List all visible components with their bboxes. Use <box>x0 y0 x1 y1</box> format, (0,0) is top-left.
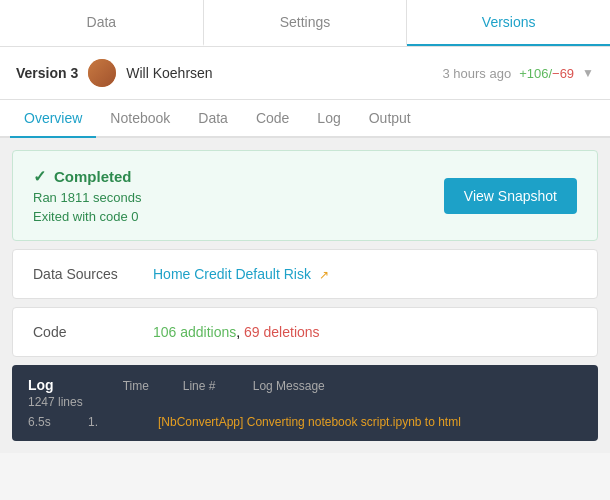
code-label: Code <box>33 324 133 340</box>
log-row-line: 1. <box>88 415 138 429</box>
status-run-text: Ran 1811 seconds <box>33 190 141 205</box>
data-sources-value: Home Credit Default Risk ↗ <box>153 266 329 282</box>
tab-data[interactable]: Data <box>0 0 204 46</box>
tab-log[interactable]: Log <box>303 100 354 138</box>
log-col-headers: Time Line # Log Message <box>123 379 325 393</box>
data-sources-card: Data Sources Home Credit Default Risk ↗ <box>12 249 598 299</box>
external-link-icon: ↗ <box>319 268 329 282</box>
status-title: ✓ Completed <box>33 167 141 186</box>
version-label: Version 3 <box>16 65 78 81</box>
tab-notebook[interactable]: Notebook <box>96 100 184 138</box>
version-meta: 3 hours ago +106/−69 ▼ <box>442 66 594 81</box>
avatar <box>88 59 116 87</box>
tab-versions[interactable]: Versions <box>407 0 610 46</box>
log-col-time-header: Time <box>123 379 163 393</box>
log-title: Log <box>28 377 83 393</box>
tab-output[interactable]: Output <box>355 100 425 138</box>
status-left: ✓ Completed Ran 1811 seconds Exited with… <box>33 167 141 224</box>
diff-additions: +106/ <box>519 66 552 81</box>
code-value: 106 additions, 69 deletions <box>153 324 320 340</box>
diff-deletions: −69 <box>552 66 574 81</box>
tab-overview[interactable]: Overview <box>10 100 96 138</box>
check-icon: ✓ <box>33 167 46 186</box>
log-lines: 1247 lines <box>28 395 83 409</box>
tab-settings[interactable]: Settings <box>204 0 408 46</box>
tab-data[interactable]: Data <box>184 100 242 138</box>
log-section: Log 1247 lines Time Line # Log Message 6… <box>12 365 598 441</box>
code-separator: , <box>236 324 244 340</box>
diff-stat: +106/−69 <box>519 66 574 81</box>
view-snapshot-button[interactable]: View Snapshot <box>444 178 577 214</box>
status-label: Completed <box>54 168 132 185</box>
main-content: ✓ Completed Ran 1811 seconds Exited with… <box>0 138 610 453</box>
tab-code[interactable]: Code <box>242 100 303 138</box>
log-header: Log 1247 lines Time Line # Log Message <box>28 377 582 409</box>
status-card: ✓ Completed Ran 1811 seconds Exited with… <box>12 150 598 241</box>
top-tabs: Data Settings Versions <box>0 0 610 47</box>
log-col-msg-header: Log Message <box>253 379 325 393</box>
log-row-time: 6.5s <box>28 415 68 429</box>
code-additions: 106 additions <box>153 324 236 340</box>
version-header: Version 3 Will Koehrsen 3 hours ago +106… <box>0 47 610 100</box>
version-dropdown-icon[interactable]: ▼ <box>582 66 594 80</box>
author-name: Will Koehrsen <box>126 65 212 81</box>
data-sources-label: Data Sources <box>33 266 133 282</box>
sub-tabs: Overview Notebook Data Code Log Output <box>0 100 610 138</box>
timestamp: 3 hours ago <box>442 66 511 81</box>
code-deletions: 69 deletions <box>244 324 320 340</box>
log-col-line-header: Line # <box>183 379 233 393</box>
data-source-link[interactable]: Home Credit Default Risk ↗ <box>153 266 329 282</box>
avatar-image <box>88 59 116 87</box>
status-exit-text: Exited with code 0 <box>33 209 141 224</box>
code-card: Code 106 additions, 69 deletions <box>12 307 598 357</box>
log-row: 6.5s 1. [NbConvertApp] Converting notebo… <box>28 415 582 429</box>
log-title-group: Log 1247 lines <box>28 377 83 409</box>
log-row-message: [NbConvertApp] Converting notebook scrip… <box>158 415 461 429</box>
